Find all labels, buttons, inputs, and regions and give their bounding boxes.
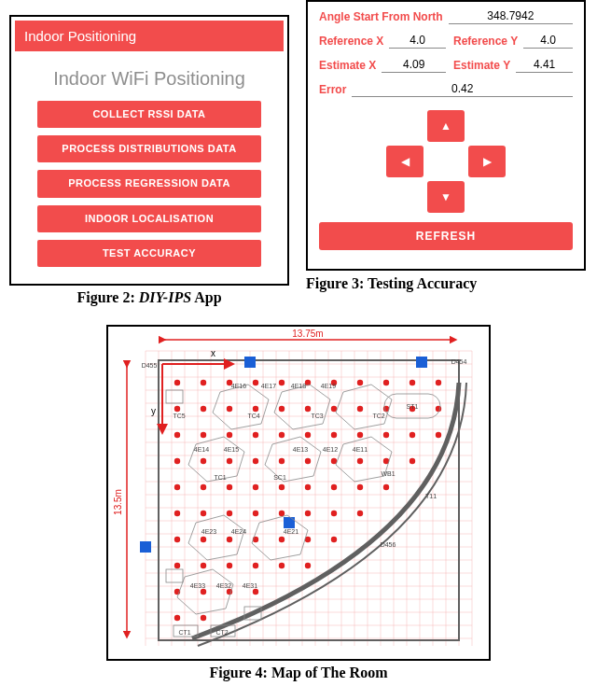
error-row: Error 0.42 [319,82,573,97]
svg-point-124 [174,563,180,568]
svg-point-123 [331,537,337,542]
paper-figure-composite: Indoor Positioning Indoor WiFi Positioni… [0,0,597,700]
refy-label: Reference Y [453,35,518,48]
svg-text:4E17: 4E17 [261,383,276,389]
svg-point-107 [357,484,363,490]
svg-point-65 [383,380,389,385]
svg-text:SC1: SC1 [273,474,286,481]
svg-point-83 [279,432,285,438]
svg-rect-55 [284,517,295,528]
process-regression-button[interactable]: PROCESS REGRESSION DATA [37,170,261,197]
svg-text:CT2: CT2 [215,629,228,636]
width-dimension-label: 13.75m [292,329,323,339]
triangle-right-icon: ▶ [483,155,492,168]
svg-point-118 [201,537,206,542]
svg-point-86 [357,432,363,438]
svg-text:4E32: 4E32 [216,582,231,589]
svg-text:TC3: TC3 [311,413,323,419]
fig2-caption-suffix: App [191,289,221,305]
triangle-down-icon: ▼ [440,190,451,203]
fig2-caption-app: DIY-IPS [139,289,191,305]
svg-point-91 [201,458,206,464]
fig4-room-map: 13.75m 13.5m [106,325,491,661]
svg-point-92 [227,458,232,464]
fig2-app-window: Indoor Positioning Indoor WiFi Positioni… [15,21,284,280]
svg-point-69 [201,406,206,412]
angle-field[interactable]: 348.7942 [449,9,573,24]
fig2-caption: Figure 2: DIY-IPS App [9,289,289,306]
svg-text:4E12: 4E12 [323,446,338,453]
svg-text:4E33: 4E33 [190,582,205,589]
svg-point-66 [410,380,415,385]
svg-point-99 [410,458,415,464]
svg-rect-53 [244,357,256,368]
svg-text:4E16: 4E16 [231,383,246,389]
refx-field[interactable]: 4.0 [389,34,446,49]
svg-text:TC1: TC1 [214,474,226,481]
svg-point-70 [227,406,232,412]
svg-point-133 [253,589,258,595]
error-field[interactable]: 0.42 [352,82,573,97]
svg-text:TC2: TC2 [372,413,384,419]
svg-point-117 [174,537,180,542]
svg-point-110 [201,511,206,516]
collect-rssi-button[interactable]: COLLECT RSSI DATA [37,101,261,128]
svg-point-102 [227,484,232,490]
angle-row: Angle Start From North 348.7942 [319,9,573,24]
esty-field[interactable]: 4.41 [516,58,573,73]
svg-text:D455: D455 [142,362,158,369]
svg-point-113 [279,511,285,516]
dpad-up-button[interactable]: ▲ [427,110,465,142]
svg-point-88 [410,432,415,438]
svg-text:ST1: ST1 [407,403,419,410]
estx-label: Estimate X [319,59,376,72]
error-label: Error [319,83,346,96]
fig3-app-screenshot: Angle Start From North 348.7942 Referenc… [306,0,586,271]
dpad-right-button[interactable]: ▶ [468,146,506,177]
triangle-up-icon: ▲ [440,119,451,133]
svg-point-89 [436,432,441,438]
height-dimension-label: 13.5m [113,489,123,515]
svg-text:D456: D456 [381,541,396,548]
svg-text:4E19: 4E19 [321,383,336,389]
fig2-caption-prefix: Figure 2: [76,289,138,305]
svg-point-119 [227,537,232,542]
refresh-button[interactable]: REFRESH [319,222,573,250]
indoor-localisation-button[interactable]: INDOOR LOCALISATION [37,205,261,232]
svg-point-105 [305,484,311,490]
svg-point-71 [253,406,258,412]
svg-rect-54 [416,357,427,368]
estx-field[interactable]: 4.09 [382,58,446,73]
svg-text:TC5: TC5 [173,413,185,419]
fig4-caption: Figure 4: Map of The Room [0,665,597,681]
svg-point-109 [174,511,180,516]
svg-point-68 [174,406,180,412]
fig2-app-screenshot: Indoor Positioning Indoor WiFi Positioni… [9,15,289,286]
svg-text:CT1: CT1 [178,629,190,636]
dpad-down-button[interactable]: ▼ [427,181,465,213]
svg-point-104 [279,484,285,490]
svg-point-95 [305,458,311,464]
svg-point-67 [436,380,441,385]
svg-text:4E24: 4E24 [231,528,246,535]
svg-point-131 [201,589,206,595]
room-map-svg: 13.75m 13.5m [108,327,489,659]
dpad-left-button[interactable]: ◀ [386,146,423,177]
refy-field[interactable]: 4.0 [523,34,573,49]
svg-text:4E13: 4E13 [293,446,308,453]
fig2-button-list: COLLECT RSSI DATA PROCESS DISTRIBUTIONS … [15,101,284,274]
svg-point-103 [253,484,258,490]
svg-point-80 [201,432,206,438]
svg-point-94 [279,458,285,464]
svg-point-58 [201,380,206,385]
svg-point-135 [201,615,206,621]
svg-point-121 [279,537,285,542]
svg-point-112 [253,511,258,516]
svg-rect-0 [146,351,472,646]
fig2-app-header: Indoor Positioning [15,21,284,51]
svg-rect-56 [140,541,151,553]
svg-point-60 [253,380,258,385]
fig3-caption: Figure 3: Testing Accuracy [306,274,586,294]
process-distributions-button[interactable]: PROCESS DISTRIBUTIONS DATA [37,135,261,162]
test-accuracy-button[interactable]: TEST ACCURACY [37,240,261,267]
